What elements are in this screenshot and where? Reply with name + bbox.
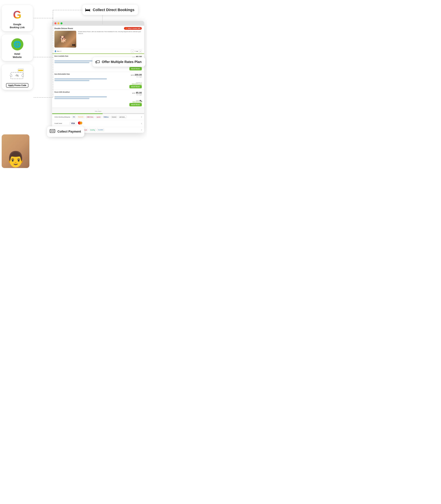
- promo-icon-area: -%: [11, 67, 24, 81]
- rate-2-bar-2: [54, 80, 89, 81]
- callout-direct-text: Collect Direct Bookings: [93, 8, 134, 12]
- rate-3-bar-2: [54, 98, 89, 99]
- guest-count: 1: [135, 50, 136, 52]
- rate-row-2-header: Non-Refundable Rate MYR 200.00 for 1 nig…: [54, 73, 142, 78]
- bed-count-icon: 🛏: [136, 50, 138, 52]
- maybank-logo: Maybank2u: [77, 115, 85, 118]
- fpx-logo: FPX: [72, 115, 76, 118]
- room-meta: 👤 Max. 4 − 1 🛏 +: [52, 49, 144, 53]
- rate-row-3-header: Room With Breakfast MYR 85.00 for 1 nigh…: [54, 91, 142, 95]
- guest-controls[interactable]: − 1 🛏 +: [131, 50, 142, 53]
- mastercard-logo: [78, 121, 83, 126]
- rate-2-name: Non-Refundable Rate: [54, 73, 70, 75]
- callout-rates-plan: 🏷 Offer Multiple Rates Plan: [92, 57, 145, 67]
- payment-row-banking: Online Banking (Malaysia) FPX Maybank2u …: [52, 114, 144, 120]
- rate-1-name: Best Available Rate: [54, 55, 68, 57]
- rooms-left-badge: ⚡ Only 3 rooms left!: [124, 27, 142, 30]
- browser-content: Double Deluxe Room ⚡ Only 3 rooms left! …: [52, 26, 144, 133]
- source-cards: G GoogleBooking Link 🌐 HotelWebsite -%: [2, 5, 33, 90]
- increase-btn[interactable]: +: [139, 50, 142, 53]
- callout-payment-text: Collect Payment: [57, 130, 81, 133]
- promo-ticket-icon: -%: [11, 69, 24, 79]
- payment-banking-logos: FPX Maybank2u CIMB Clicks myebet RHBNow …: [72, 115, 127, 118]
- person-image: 👨: [2, 134, 29, 168]
- decrease-btn[interactable]: −: [131, 50, 134, 53]
- rate-3-details: [54, 96, 142, 99]
- ewallet-expand-icon[interactable]: ›: [141, 129, 142, 131]
- rate-1-bar-2: [54, 62, 89, 63]
- rate-3-tax: Inclusive of Taxes (MYR 4.81): [54, 100, 142, 102]
- browser-titlebar: [52, 21, 144, 26]
- hotel-website-label: HotelWebsite: [13, 52, 22, 59]
- greenpay-logo: GreePay: [89, 128, 96, 131]
- google-g-icon: G: [13, 9, 21, 21]
- callout-collect-payment: Collect Payment: [47, 126, 84, 137]
- room-header: Double Deluxe Room ⚡ Only 3 rooms left!: [52, 26, 144, 31]
- svg-rect-10: [50, 129, 55, 133]
- rate-3-clearfix: Inclusive of Taxes (MYR 4.81) Book Room: [54, 100, 142, 106]
- google-icon-area: G: [11, 8, 24, 21]
- mbb-logo: myebet: [95, 115, 102, 118]
- payment-cards-logos: VISA: [70, 121, 83, 126]
- room-title: Double Deluxe Room: [54, 27, 73, 29]
- promo-percent-icon: -%: [15, 74, 19, 78]
- rate-2-details: [54, 78, 142, 81]
- promo-label[interactable]: Apply Promo Code: [6, 83, 28, 88]
- rate-row-3: Room With Breakfast MYR 85.00 for 1 nigh…: [52, 90, 144, 108]
- callout-rates-text: Offer Multiple Rates Plan: [102, 60, 142, 64]
- browser-window: Double Deluxe Room ⚡ Only 3 rooms left! …: [52, 21, 144, 133]
- rate-2-clearfix: Inclusive of Taxes (MYR 11.32) Book Room: [54, 82, 142, 88]
- traffic-light-green[interactable]: [61, 22, 63, 24]
- rate-2-per-night: for 1 night: [131, 76, 142, 78]
- rate-2-price: MYR 200.00 for 1 night: [131, 73, 142, 78]
- connect-logo: Connect: [111, 115, 117, 118]
- svg-point-11: [52, 130, 53, 132]
- rate-3-per-night: for 1 night: [132, 94, 142, 95]
- payment-cards-label: Credit Cards: [54, 123, 68, 124]
- rate-3-bar-1: [54, 96, 107, 97]
- rate-3-currency: MYR: [132, 92, 135, 94]
- max-guests-label: 👤 Max. 4: [54, 50, 61, 52]
- rate-row-2: Non-Refundable Rate MYR 200.00 for 1 nig…: [52, 72, 144, 90]
- rate-3-name: Room With Breakfast: [54, 91, 70, 93]
- hide-rates-chevron: ⌃: [98, 109, 99, 110]
- rate-2-tax-link: Taxes (MYR 11.32): [132, 83, 142, 84]
- rate-2-amount: 200.00: [135, 73, 142, 76]
- more-logo: and more...: [118, 115, 127, 118]
- payment-banking-label: Online Banking (Malaysia): [54, 116, 70, 118]
- rate-2-bar-1: [54, 78, 107, 79]
- cards-expand-icon[interactable]: ›: [141, 122, 142, 125]
- cimb-logo: CIMB Clicks: [86, 115, 94, 118]
- hide-rates-label: Hide Rates: [95, 110, 101, 112]
- room-image-area: 🐕 Double Deluxe Room, with one double be…: [52, 31, 144, 49]
- traffic-light-yellow[interactable]: [57, 22, 60, 24]
- callout-direct-bookings: 🛏 Collect Direct Bookings: [82, 5, 138, 15]
- globe-icon-area: 🌐: [11, 38, 24, 51]
- bed-icon: 🛏: [85, 7, 90, 13]
- google-label: GoogleBooking Link: [10, 23, 25, 29]
- promo-ticket-inner: -%: [11, 72, 23, 79]
- payment-row-cards: Credit Cards VISA ›: [52, 120, 144, 127]
- money-icon: [49, 128, 55, 135]
- google-booking-card: G GoogleBooking Link: [2, 5, 33, 31]
- banking-expand-icon[interactable]: ›: [141, 116, 142, 118]
- traffic-light-red[interactable]: [54, 22, 56, 24]
- visa-logo: VISA: [70, 122, 77, 125]
- promo-code-card: -% Apply Promo Code: [2, 64, 33, 90]
- rate-2-currency: MYR: [131, 74, 134, 76]
- room-image: 🐕: [54, 31, 76, 47]
- book-btn-1[interactable]: Book Room: [129, 67, 142, 70]
- rate-3-amount: 85.00: [136, 91, 142, 94]
- rate-2-tax: Inclusive of Taxes (MYR 11.32): [54, 82, 142, 84]
- hotel-website-card: 🌐 HotelWebsite: [2, 35, 33, 61]
- tag-icon: 🏷: [95, 59, 100, 65]
- book-btn-2[interactable]: Book Room: [129, 85, 142, 88]
- globe-icon: 🌐: [11, 38, 23, 50]
- rate-3-price: MYR 85.00 for 1 night: [132, 91, 142, 95]
- touchngo-logo: TouchNGO: [97, 128, 104, 131]
- room-description: Double Deluxe Room, with one double bed.…: [78, 31, 142, 47]
- hide-rates-bar[interactable]: ⌃ Hide Rates: [52, 108, 144, 113]
- rhb-logo: RHBNow: [103, 115, 110, 118]
